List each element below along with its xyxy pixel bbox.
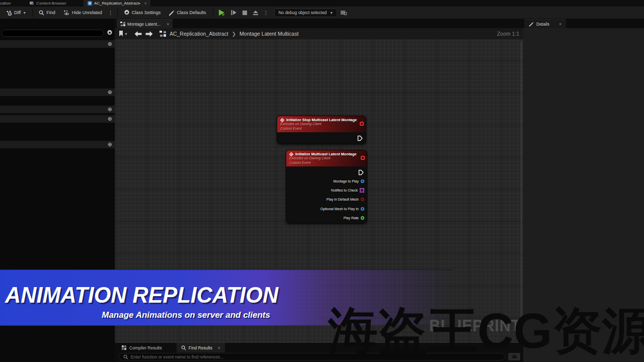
node-header[interactable]: Initialize Multicast Latent Montage Exec… (286, 150, 367, 166)
pin-notifies-to-check[interactable]: Notifies to Check (286, 186, 367, 195)
content-browser-icon (30, 1, 34, 6)
zoom-level-label: Zoom 1:1 (497, 31, 519, 37)
object-pin-icon (361, 207, 364, 211)
pin-label: Montage to Play (333, 179, 359, 183)
pin-montage-to-play[interactable]: Montage to Play (286, 176, 367, 186)
hide-unrelated-icon (63, 10, 70, 16)
add-dispatcher-icon[interactable]: ⊕ (108, 141, 112, 148)
details-pencil-icon (529, 22, 534, 27)
close-icon[interactable]: × (218, 345, 220, 350)
forward-arrow-icon[interactable] (145, 31, 153, 37)
category-row-graphs[interactable]: ⊕ (0, 40, 115, 48)
custom-event-icon (280, 118, 284, 122)
find-references-input[interactable] (131, 354, 501, 359)
search-icon (181, 345, 186, 350)
overflow-menu-icon[interactable]: ⋮ (106, 10, 115, 16)
pin-play-rate[interactable]: Play Rate (286, 214, 367, 223)
hide-unrelated-button[interactable]: Hide Unrelated (59, 7, 106, 19)
exec-output-pin[interactable] (286, 168, 367, 176)
play-button[interactable] (215, 7, 228, 19)
pin-label: Play in Default Mesh (327, 198, 359, 201)
add-function-icon[interactable]: ⊕ (108, 89, 112, 96)
breadcrumb-current[interactable]: Montage Latent Multicast (239, 31, 298, 37)
pin-play-in-default-mesh[interactable]: Play in Default Mesh (286, 195, 367, 204)
node-subtitle: Custom Event (280, 127, 363, 131)
pin-optional-mesh-to-play-in[interactable]: Optional Mesh to Play In (286, 204, 367, 213)
class-settings-button[interactable]: Class Settings (120, 7, 165, 19)
browse-icon (341, 10, 347, 16)
replicated-event-badge (360, 122, 364, 126)
class-defaults-label: Class Defaults (177, 10, 206, 15)
wrench-pencil-icon (169, 10, 175, 16)
graph-node-icon (120, 22, 125, 27)
find-button[interactable]: Find (35, 7, 59, 19)
blueprint-graph-icon (159, 31, 166, 37)
node-subtitle: Executes on Owning Client (289, 156, 364, 161)
node-header[interactable]: Initialize Stop Multicast Latent Montage… (277, 116, 366, 132)
exec-output-pin[interactable] (277, 134, 366, 142)
details-tab-bar: Details × (523, 19, 644, 28)
debug-browse-button[interactable] (337, 7, 351, 19)
node-subtitle: Custom Event (289, 161, 364, 165)
category-row-functions[interactable]: ⊕ (0, 88, 115, 96)
category-row-macros[interactable]: ⊕ (0, 106, 115, 113)
node-subtitle: Executes on Owning Client (280, 122, 363, 127)
graph-tab-bar: Montage Latent... × (115, 19, 523, 28)
bookmark-icon[interactable]: ▼ (119, 31, 128, 37)
class-defaults-button[interactable]: Class Defaults (165, 7, 210, 19)
float-pin-icon (361, 216, 364, 220)
panel-settings-gear-icon[interactable] (107, 30, 113, 36)
graph-tab-montage-latent[interactable]: Montage Latent... × (117, 19, 173, 28)
details-panel: Details × (523, 19, 644, 362)
toolbar-separator (213, 9, 213, 17)
debug-object-select[interactable]: No debug object selected ▼ (274, 9, 337, 17)
node-initialize-multicast-latent-montage[interactable]: Initialize Multicast Latent Montage Exec… (286, 150, 367, 224)
chevron-down-icon: ▼ (124, 32, 128, 36)
add-graph-icon[interactable]: ⊕ (108, 41, 112, 47)
node-initialize-stop-multicast-latent-montage[interactable]: Initialize Stop Multicast Latent Montage… (277, 116, 366, 144)
tab-ac-replication-abstract[interactable]: AC_Replication_Abstract• × (84, 0, 150, 7)
back-arrow-icon[interactable] (134, 31, 142, 37)
close-icon[interactable]: × (167, 22, 169, 27)
close-icon[interactable]: × (144, 1, 147, 6)
banner-subtitle: Manage Animations on server and clients (102, 310, 270, 320)
tab-label: Find Results (189, 345, 212, 350)
tab-compiler-results[interactable]: Compiler Results (117, 343, 167, 352)
breadcrumb-parent[interactable]: AC_Replication_Abstract (170, 31, 228, 37)
find-in-blueprints-button[interactable] (508, 353, 520, 360)
add-variable-icon[interactable]: ⊕ (108, 116, 112, 122)
my-blueprint-search-input[interactable] (2, 30, 104, 37)
search-icon (123, 354, 128, 359)
graph-breadcrumb-bar: ▼ AC_Replication_Abstract ❯ Montage Late… (115, 28, 523, 39)
pin-label: Notifies to Check (331, 189, 358, 192)
tab-find-results[interactable]: Find Results × (177, 343, 225, 352)
stop-button[interactable] (239, 7, 250, 19)
window-tab-bar: cation Content Browser AC_Replication_Ab… (0, 0, 644, 7)
blueprint-asset-icon (88, 1, 92, 6)
node-title: Initialize Multicast Latent Montage (295, 152, 357, 156)
tab-details[interactable]: Details × (524, 19, 566, 28)
tab-content-browser[interactable]: Content Browser (26, 0, 70, 7)
add-macro-icon[interactable]: ⊕ (108, 106, 112, 113)
object-pin-icon (361, 179, 364, 183)
chevron-down-icon: ▼ (330, 11, 333, 15)
banner-title: ANIMATION REPLICATION (5, 282, 261, 308)
eject-button[interactable] (250, 7, 261, 19)
diff-icon (6, 10, 12, 16)
tab-label: cation (0, 1, 11, 6)
graph-vertical-scrollbar[interactable] (520, 41, 522, 358)
play-options-icon[interactable]: ⋮ (261, 10, 270, 16)
category-row-variables[interactable]: ⊕ (0, 115, 115, 123)
search-icon (39, 10, 44, 16)
close-icon[interactable]: × (559, 22, 561, 27)
find-references-search[interactable] (119, 353, 505, 360)
bool-pin-icon (361, 198, 364, 201)
custom-event-icon (289, 152, 293, 156)
step-button[interactable] (228, 7, 239, 19)
category-row-event-dispatchers[interactable]: ⊕ (0, 141, 115, 148)
tab-truncated[interactable]: cation (0, 0, 15, 7)
exec-pin-icon (357, 135, 363, 141)
tab-label: Compiler Results (129, 345, 162, 350)
pin-label: Play Rate (344, 216, 359, 220)
diff-button[interactable]: Diff ▼ (2, 7, 30, 19)
